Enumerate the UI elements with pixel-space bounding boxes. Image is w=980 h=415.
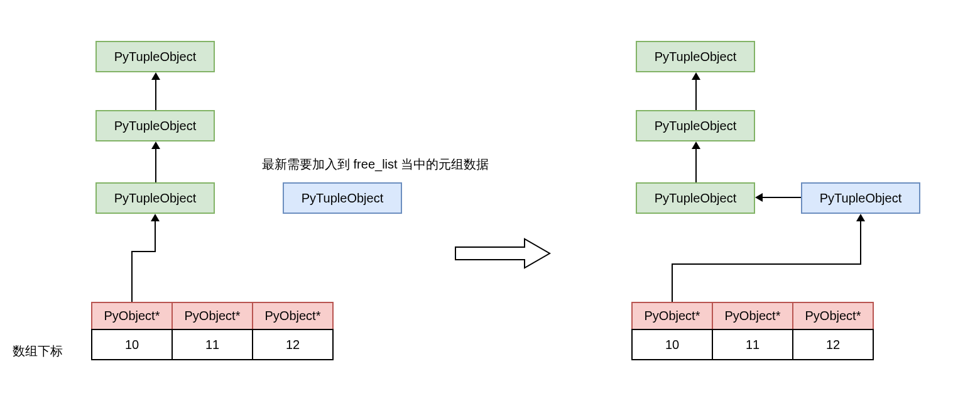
right-table-header-2: PyObject* bbox=[792, 302, 874, 330]
right-table-col-1: PyObject* 11 bbox=[712, 302, 792, 360]
svg-marker-1 bbox=[151, 72, 160, 80]
left-arrow-table-to-tuple bbox=[113, 214, 163, 302]
svg-marker-3 bbox=[151, 141, 160, 149]
right-tuple-node-3: PyTupleObject bbox=[636, 182, 755, 214]
left-table-index-1: 11 bbox=[172, 329, 253, 360]
svg-marker-6 bbox=[692, 72, 700, 80]
right-arrow-table-to-new bbox=[653, 214, 867, 302]
right-tuple-label-3: PyTupleObject bbox=[655, 191, 736, 206]
left-table-header-0: PyObject* bbox=[91, 302, 173, 330]
left-table-header-2: PyObject* bbox=[252, 302, 334, 330]
svg-marker-11 bbox=[856, 214, 865, 221]
middle-caption: 最新需要加入到 free_list 当中的元组数据 bbox=[262, 156, 489, 173]
left-table: PyObject* 10 PyObject* 11 PyObject* 12 bbox=[91, 302, 332, 360]
svg-marker-4 bbox=[151, 214, 160, 221]
left-table-index-0: 10 bbox=[91, 329, 173, 360]
left-table-col-1: PyObject* 11 bbox=[172, 302, 252, 360]
left-tuple-label-2: PyTupleObject bbox=[114, 119, 196, 133]
left-arrow-2-to-1 bbox=[155, 72, 156, 110]
middle-new-tuple-label: PyTupleObject bbox=[302, 191, 383, 206]
left-table-header-1: PyObject* bbox=[172, 302, 253, 330]
right-table-col-0: PyObject* 10 bbox=[631, 302, 712, 360]
svg-marker-8 bbox=[692, 141, 700, 149]
svg-marker-10 bbox=[755, 193, 763, 202]
left-table-col-0: PyObject* 10 bbox=[91, 302, 172, 360]
right-table-index-2: 12 bbox=[792, 329, 874, 360]
right-tuple-node-1: PyTupleObject bbox=[636, 41, 755, 72]
left-table-index-2: 12 bbox=[252, 329, 334, 360]
transition-arrow-icon bbox=[452, 238, 553, 269]
left-arrow-3-to-2 bbox=[155, 141, 156, 182]
middle-new-tuple: PyTupleObject bbox=[283, 182, 402, 214]
right-table-header-0: PyObject* bbox=[631, 302, 713, 330]
right-table: PyObject* 10 PyObject* 11 PyObject* 12 bbox=[631, 302, 873, 360]
left-tuple-label-3: PyTupleObject bbox=[114, 191, 196, 206]
left-table-col-2: PyObject* 12 bbox=[252, 302, 332, 360]
left-index-label: 数组下标 bbox=[13, 343, 63, 360]
right-tuple-label-2: PyTupleObject bbox=[655, 119, 736, 133]
right-new-tuple-label: PyTupleObject bbox=[820, 191, 901, 206]
right-new-tuple: PyTupleObject bbox=[801, 182, 920, 214]
right-table-header-1: PyObject* bbox=[712, 302, 793, 330]
left-tuple-node-1: PyTupleObject bbox=[95, 41, 215, 72]
right-tuple-node-2: PyTupleObject bbox=[636, 110, 755, 141]
right-tuple-label-1: PyTupleObject bbox=[655, 50, 736, 64]
right-table-index-0: 10 bbox=[631, 329, 713, 360]
left-tuple-node-2: PyTupleObject bbox=[95, 110, 215, 141]
right-table-col-2: PyObject* 12 bbox=[792, 302, 873, 360]
left-tuple-label-1: PyTupleObject bbox=[114, 50, 196, 64]
right-table-index-1: 11 bbox=[712, 329, 793, 360]
right-arrow-3-to-2 bbox=[695, 141, 697, 182]
left-tuple-node-3: PyTupleObject bbox=[95, 182, 215, 214]
right-arrow-2-to-1 bbox=[695, 72, 697, 110]
right-arrow-new-to-3 bbox=[755, 197, 801, 198]
